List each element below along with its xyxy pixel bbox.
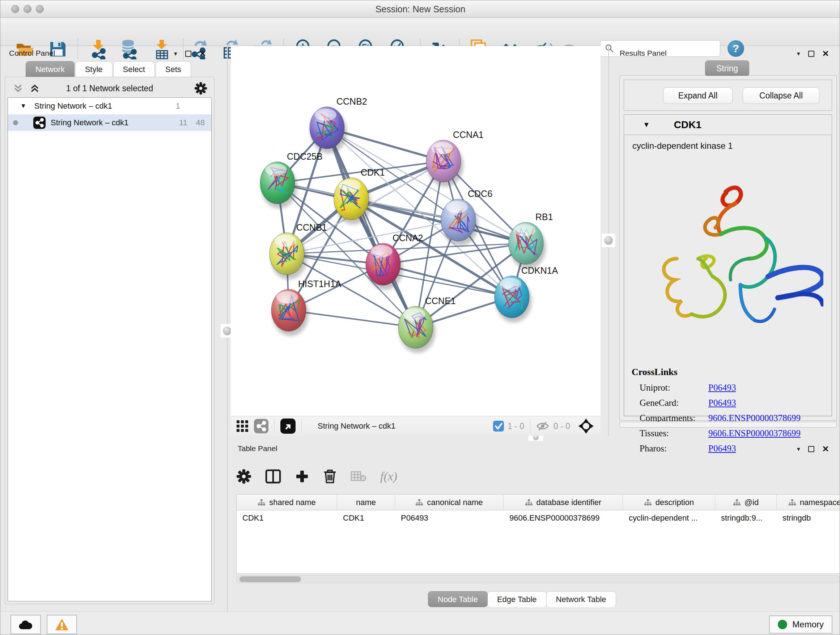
table-cell[interactable]: 9606.ENSP00000378699 bbox=[504, 510, 623, 526]
fit-selected-crosshair-icon[interactable] bbox=[578, 418, 594, 434]
toolbar-separator bbox=[77, 39, 78, 59]
table-cell[interactable]: stringdb bbox=[777, 510, 840, 526]
control-panel-collapse-icon[interactable]: ▾ bbox=[174, 50, 177, 57]
hidden-eye-slash-icon[interactable] bbox=[536, 421, 550, 432]
table-panel-float-icon[interactable] bbox=[808, 446, 814, 452]
grid-view-icon[interactable] bbox=[236, 420, 249, 432]
table-horizontal-scrollbar[interactable] bbox=[236, 575, 840, 583]
column-header[interactable]: description bbox=[623, 494, 715, 510]
network-node-hist1h1a[interactable]: HIST1H1A bbox=[271, 279, 341, 336]
create-column-plus-icon[interactable] bbox=[295, 469, 309, 484]
crosslink-label: Tissues: bbox=[639, 428, 708, 439]
network-node-ccne1[interactable]: CCNE1 bbox=[398, 296, 456, 353]
selected-nodes-checkbox-icon[interactable] bbox=[493, 421, 504, 432]
collection-count: 1 bbox=[176, 101, 180, 111]
node-label: CCNB2 bbox=[336, 96, 367, 106]
warnings-button[interactable] bbox=[47, 615, 77, 634]
delete-column-trash-icon[interactable] bbox=[323, 469, 337, 484]
network-row-selected[interactable]: String Network – cdk1 11 48 bbox=[8, 114, 211, 131]
birdseye-view-icon[interactable] bbox=[280, 418, 295, 434]
network-canvas[interactable]: CCNB2CCNA1CDC25BCDK1CDC6RB1CCNB1CCNA2CDK… bbox=[231, 46, 600, 416]
table-cell[interactable]: P06493 bbox=[395, 510, 504, 526]
column-header-label: canonical name bbox=[427, 498, 483, 507]
crosslink-label: Uniprot: bbox=[639, 383, 708, 393]
crosslink-value-link[interactable]: P06493 bbox=[708, 443, 736, 454]
table-cell[interactable]: CDK1 bbox=[237, 510, 337, 526]
tab-edge-table[interactable]: Edge Table bbox=[488, 591, 546, 607]
column-header[interactable]: @id bbox=[715, 494, 777, 510]
string-network-graph[interactable]: CCNB2CCNA1CDC25BCDK1CDC6RB1CCNB1CCNA2CDK… bbox=[231, 46, 600, 416]
help-icon[interactable]: ? bbox=[728, 40, 744, 57]
show-columns-icon[interactable] bbox=[265, 469, 281, 484]
network-node-rb1[interactable]: RB1 bbox=[508, 212, 553, 269]
node-label: CCNA2 bbox=[393, 233, 423, 243]
column-header[interactable]: canonical name bbox=[395, 494, 504, 510]
tab-sets[interactable]: Sets bbox=[156, 61, 191, 77]
network-node-ccnb2[interactable]: CCNB2 bbox=[309, 96, 367, 154]
network-node-ccna1[interactable]: CCNA1 bbox=[426, 130, 484, 187]
function-builder-icon[interactable]: f(x) bbox=[380, 470, 397, 483]
table-cell[interactable]: cyclin-dependent ... bbox=[623, 510, 715, 526]
crosslink-value-link[interactable]: P06493 bbox=[708, 383, 736, 393]
string-network-icon bbox=[33, 117, 46, 129]
table-cell[interactable]: stringdb:9... bbox=[715, 510, 777, 526]
results-panel-title: Results Panel bbox=[620, 49, 667, 57]
crosslink-value-link[interactable]: P06493 bbox=[708, 398, 736, 408]
crosslinks-section: CrossLinks Uniprot: P06493GeneCard: P064… bbox=[632, 367, 801, 454]
column-header[interactable]: shared name bbox=[237, 494, 337, 510]
crosslink-row: GeneCard: P06493 bbox=[632, 398, 801, 408]
import-table-icon[interactable] bbox=[152, 39, 172, 60]
toolbar-separator bbox=[530, 419, 531, 433]
control-panel-close-icon[interactable]: ✕ bbox=[199, 49, 206, 59]
collection-expand-triangle-icon[interactable]: ▼ bbox=[20, 103, 27, 110]
results-scrollbar[interactable] bbox=[620, 422, 837, 428]
collapse-all-button[interactable]: Collapse All bbox=[743, 87, 819, 104]
tab-select[interactable]: Select bbox=[113, 61, 155, 77]
cloud-services-button[interactable] bbox=[11, 615, 41, 634]
table-options-gear-icon[interactable] bbox=[236, 469, 251, 484]
column-tree-icon bbox=[415, 499, 423, 506]
expand-all-button[interactable]: Expand All bbox=[663, 87, 733, 104]
network-node-cdc6[interactable]: CDC6 bbox=[441, 188, 493, 246]
table-toolbar: f(x) bbox=[236, 464, 397, 489]
column-header-label: @id bbox=[745, 498, 759, 507]
network-edge[interactable] bbox=[327, 128, 416, 327]
tab-network[interactable]: Network bbox=[26, 61, 74, 77]
table-row[interactable]: CDK1CDK1P064939606.ENSP00000378699cyclin… bbox=[237, 510, 840, 526]
crosslink-row: Tissues: 9606.ENSP00000378699 bbox=[632, 428, 801, 439]
column-header[interactable]: database identifier bbox=[504, 494, 623, 510]
column-header[interactable]: name bbox=[337, 494, 395, 510]
column-header[interactable]: namespace bbox=[777, 494, 840, 510]
column-tree-icon bbox=[788, 499, 796, 506]
gene-collapse-triangle-icon[interactable]: ▼ bbox=[643, 120, 650, 129]
crosslink-row: Uniprot: P06493 bbox=[632, 383, 801, 393]
gene-description: cyclin-dependent kinase 1 bbox=[624, 135, 831, 151]
results-panel-collapse-icon[interactable]: ▾ bbox=[797, 50, 800, 57]
import-network-from-database-icon[interactable] bbox=[118, 39, 139, 60]
column-header-label: shared name bbox=[269, 498, 316, 507]
table-panel-close-icon[interactable]: ✕ bbox=[822, 444, 829, 454]
crosslink-value-link[interactable]: 9606.ENSP00000378699 bbox=[708, 428, 801, 439]
column-tree-icon bbox=[733, 499, 741, 506]
network-node-cdkn1a[interactable]: CDKN1A bbox=[494, 265, 558, 323]
tab-style[interactable]: Style bbox=[75, 61, 112, 77]
gene-section-header[interactable]: ▼ CDK1 bbox=[624, 115, 832, 135]
right-splitter-handle[interactable] bbox=[601, 233, 616, 248]
tab-string[interactable]: String bbox=[705, 60, 749, 76]
results-panel-float-icon[interactable] bbox=[808, 51, 814, 57]
tab-node-table[interactable]: Node Table bbox=[428, 591, 488, 607]
memory-button[interactable]: Memory bbox=[769, 616, 832, 633]
tab-network-table[interactable]: Network Table bbox=[546, 591, 616, 607]
results-panel-close-icon[interactable]: ✕ bbox=[822, 49, 829, 59]
scrollbar-thumb[interactable] bbox=[240, 576, 301, 582]
delete-table-icon[interactable] bbox=[351, 470, 366, 483]
import-network-icon[interactable] bbox=[88, 39, 109, 60]
network-share-view-icon[interactable] bbox=[254, 419, 268, 433]
node-label: CDC6 bbox=[468, 188, 493, 199]
table-panel-collapse-icon[interactable]: ▾ bbox=[797, 445, 800, 453]
table-cell[interactable]: CDK1 bbox=[337, 510, 395, 526]
network-node-cdc25b[interactable]: CDC25B bbox=[260, 151, 323, 209]
network-collection-row[interactable]: ▼ String Network – cdk1 1 bbox=[8, 98, 211, 114]
edge-count: 48 bbox=[196, 118, 205, 127]
control-panel-float-icon[interactable] bbox=[185, 51, 191, 57]
